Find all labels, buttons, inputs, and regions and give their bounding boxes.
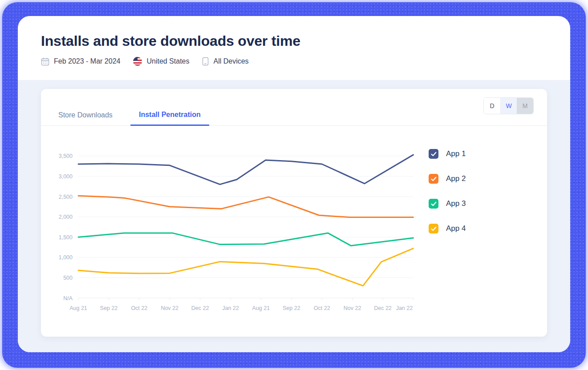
tab-install-penetration[interactable]: Install Penetration <box>130 111 209 126</box>
date-range-label: Feb 2023 - Mar 2024 <box>54 57 120 65</box>
legend-checkbox-checked[interactable] <box>429 174 438 184</box>
x-axis-tick-label: Jan 22 <box>396 305 413 311</box>
chart-card: Store Downloads Install Penetration D W … <box>41 89 547 337</box>
report-header: Installs and store downloads over time F… <box>41 33 300 66</box>
content-section: Store Downloads Install Penetration D W … <box>18 80 570 352</box>
y-axis-tick-label: 1,500 <box>59 234 73 241</box>
legend-checkbox-checked[interactable] <box>429 199 438 209</box>
report-filters: Feb 2023 - Mar 2024 United States All De… <box>41 57 300 66</box>
legend-item-app-4[interactable]: App 4 <box>429 224 466 233</box>
granularity-daily-button[interactable]: D <box>484 98 500 114</box>
granularity-weekly-button[interactable]: W <box>500 98 517 114</box>
legend-label: App 2 <box>446 174 466 183</box>
y-axis-tick-label: 3,500 <box>59 153 73 159</box>
x-axis-tick-label: Aug 21 <box>252 305 270 311</box>
series-line-app-1 <box>78 155 413 185</box>
x-axis-tick-label: Oct 22 <box>314 305 330 311</box>
x-axis-tick-label: Sep 22 <box>283 305 300 311</box>
chart-area: 3,5003,0002,5002,0001,5001,000500N/AAug … <box>41 126 547 337</box>
legend-item-app-1[interactable]: App 1 <box>429 149 466 159</box>
x-axis-tick-label: Dec 22 <box>374 305 392 311</box>
app-window: Installs and store downloads over time F… <box>18 16 570 352</box>
x-axis-tick-label: Oct 22 <box>131 305 147 311</box>
series-line-app-2 <box>78 196 413 217</box>
y-axis-tick-label: 2,500 <box>59 194 73 200</box>
series-line-app-4 <box>78 249 413 286</box>
legend-checkbox-checked[interactable] <box>429 149 438 159</box>
legend-checkbox-checked[interactable] <box>429 224 438 233</box>
x-axis-tick-label: Nov 22 <box>161 305 178 311</box>
legend-label: App 3 <box>446 199 466 208</box>
x-axis-tick-label: Dec 22 <box>191 305 209 311</box>
checkmark-icon <box>431 152 437 157</box>
y-axis-tick-label: 1,000 <box>59 254 73 261</box>
device-label: All Devices <box>213 57 248 65</box>
y-axis-tick-label: 2,000 <box>59 214 73 220</box>
legend-item-app-2[interactable]: App 2 <box>429 174 466 184</box>
series-line-app-3 <box>78 233 413 245</box>
device-filter: All Devices <box>202 57 248 66</box>
legend-item-app-3[interactable]: App 3 <box>429 199 466 209</box>
y-axis-tick-label: 500 <box>63 275 73 281</box>
line-chart[interactable]: 3,5003,0002,5002,0001,5001,000500N/AAug … <box>59 146 450 315</box>
granularity-toggle: D W M <box>483 97 534 114</box>
legend-label: App 1 <box>446 149 466 158</box>
checkmark-icon <box>431 201 437 206</box>
y-axis-tick-label: 3,000 <box>59 173 73 180</box>
country-filter: United States <box>133 57 189 66</box>
mobile-device-icon <box>202 57 209 66</box>
x-axis-tick-label: Sep 22 <box>100 305 118 311</box>
page-title: Installs and store downloads over time <box>41 33 300 49</box>
calendar-icon <box>41 57 49 66</box>
us-flag-icon <box>133 57 142 66</box>
checkmark-icon <box>431 226 437 231</box>
x-axis-tick-label: Nov 22 <box>344 305 361 311</box>
tab-store-downloads[interactable]: Store Downloads <box>58 111 113 126</box>
y-axis-tick-label: N/A <box>63 295 73 302</box>
checkmark-icon <box>431 177 437 181</box>
x-axis-tick-label: Aug 21 <box>69 305 87 311</box>
country-label: United States <box>146 57 189 65</box>
granularity-monthly-button[interactable]: M <box>517 98 533 114</box>
chart-legend: App 1App 2App 3App 4 <box>429 149 466 233</box>
tabs-row: Store Downloads Install Penetration D W … <box>41 89 547 126</box>
legend-label: App 4 <box>446 224 466 233</box>
x-axis-tick-label: Jan 22 <box>222 305 239 311</box>
date-range: Feb 2023 - Mar 2024 <box>41 57 120 66</box>
